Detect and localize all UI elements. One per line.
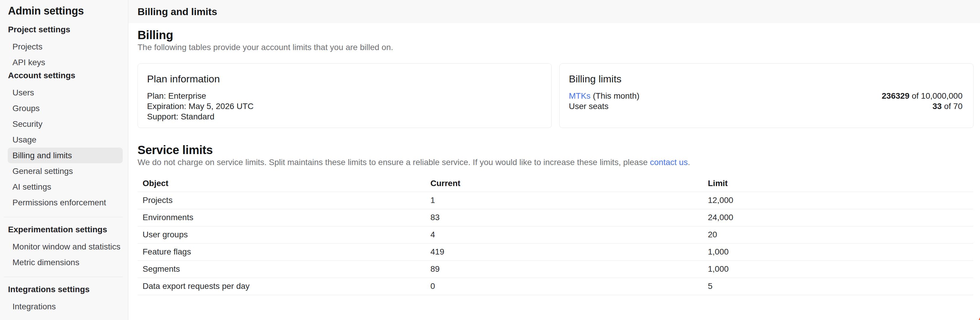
page-title: Billing and limits <box>138 6 217 17</box>
service-limits-section: Service limits We do not charge on servi… <box>138 143 974 295</box>
service-limits-description-text: We do not charge on service limits. Spli… <box>138 158 650 167</box>
table-cell: 4 <box>425 226 703 243</box>
table-cell: Data export requests per day <box>138 278 425 295</box>
table-row-segments: Segments891,000 <box>138 260 973 278</box>
sidebar-item-users[interactable]: Users <box>8 85 123 100</box>
mtks-link[interactable]: MTKs <box>569 91 590 100</box>
table-cell: Segments <box>138 260 425 278</box>
table-cell: 0 <box>425 278 703 295</box>
column-header-current: Current <box>425 175 703 192</box>
plan-info-line: Support: Standard <box>147 111 541 122</box>
page-header: Billing and limits <box>128 0 980 23</box>
billing-limit-row: User seats33 of 70 <box>569 101 963 111</box>
sidebar-section-label-integrations-settings: Integrations settings <box>8 285 123 294</box>
service-limits-title: Service limits <box>138 143 974 157</box>
table-cell: 83 <box>425 209 703 226</box>
billing-limit-label: MTKs (This month) <box>569 91 640 101</box>
billing-section-title: Billing <box>138 29 974 41</box>
sidebar-item-integrations[interactable]: Integrations <box>8 299 123 314</box>
main-area: Billing and limits Billing The following… <box>128 0 980 320</box>
sidebar-item-security[interactable]: Security <box>8 116 123 132</box>
billing-limits-rows: MTKs (This month)236329 of 10,000,000Use… <box>569 91 963 111</box>
sidebar-item-monitor-window-and-statistics[interactable]: Monitor window and statistics <box>8 239 123 255</box>
billing-limits-card-title: Billing limits <box>569 73 963 85</box>
sidebar-title: Admin settings <box>8 5 128 17</box>
table-row-user-groups: User groups420 <box>138 226 973 243</box>
billing-limit-current: 33 <box>932 101 942 111</box>
billing-limit-max: of 10,000,000 <box>910 91 963 100</box>
billing-limit-label-text: (This month) <box>590 91 640 100</box>
plan-info-line: Expiration: May 5, 2026 UTC <box>147 101 541 111</box>
sidebar-item-groups[interactable]: Groups <box>8 100 123 116</box>
billing-limit-value: 33 of 70 <box>932 101 963 111</box>
table-cell: 89 <box>425 260 703 278</box>
plan-information-lines: Plan: EnterpriseExpiration: May 5, 2026 … <box>147 91 541 122</box>
sidebar-list: ProjectsAPI keys <box>0 39 128 70</box>
service-limits-description-period: . <box>688 158 690 167</box>
table-cell: 419 <box>425 243 703 260</box>
table-cell: 1 <box>425 192 703 209</box>
sidebar-section-label-account-settings: Account settings <box>8 71 123 80</box>
sidebar: Admin settings Project settingsProjectsA… <box>0 0 128 320</box>
billing-limit-value: 236329 of 10,000,000 <box>882 91 963 101</box>
table-row-data-export-requests-per-day: Data export requests per day05 <box>138 278 973 295</box>
billing-section: Billing The following tables provide you… <box>138 29 974 128</box>
billing-section-description: The following tables provide your accoun… <box>138 43 974 52</box>
billing-limit-label: User seats <box>569 101 609 111</box>
sidebar-item-usage[interactable]: Usage <box>8 132 123 147</box>
content-area: Billing The following tables provide you… <box>128 23 980 295</box>
admin-settings-page: Admin settings Project settingsProjectsA… <box>0 0 980 320</box>
sidebar-item-billing-and-limits[interactable]: Billing and limits <box>8 147 123 163</box>
billing-limit-row: MTKs (This month)236329 of 10,000,000 <box>569 91 963 101</box>
table-row-projects: Projects112,000 <box>138 192 973 209</box>
sidebar-item-api-keys[interactable]: API keys <box>8 54 123 70</box>
plan-info-line: Plan: Enterprise <box>147 91 541 101</box>
table-cell: User groups <box>138 226 425 243</box>
sidebar-sections: Project settingsProjectsAPI keysAccount … <box>0 25 128 314</box>
table-row-feature-flags: Feature flags4191,000 <box>138 243 973 260</box>
table-cell: Environments <box>138 209 425 226</box>
table-cell: 12,000 <box>703 192 973 209</box>
column-header-object: Object <box>138 175 425 192</box>
table-cell: 24,000 <box>703 209 973 226</box>
sidebar-list: Integrations <box>0 299 128 314</box>
sidebar-list: UsersGroupsSecurityUsageBilling and limi… <box>0 85 128 211</box>
sidebar-section-label-experimentation-settings: Experimentation settings <box>8 225 123 234</box>
table-cell: 5 <box>703 278 973 295</box>
table-row-environments: Environments8324,000 <box>138 209 973 226</box>
sidebar-item-ai-settings[interactable]: AI settings <box>8 179 123 195</box>
sidebar-section-label-project-settings: Project settings <box>8 25 123 34</box>
sidebar-item-permissions-enforcement[interactable]: Permissions enforcement <box>8 195 123 211</box>
table-cell: Projects <box>138 192 425 209</box>
billing-limit-max: of 70 <box>942 101 963 111</box>
billing-limit-current: 236329 <box>882 91 910 100</box>
sidebar-list: Monitor window and statisticsMetric dime… <box>0 239 128 270</box>
billing-limit-label-text: User seats <box>569 101 609 111</box>
table-cell: Feature flags <box>138 243 425 260</box>
sidebar-item-general-settings[interactable]: General settings <box>8 163 123 179</box>
service-limits-description: We do not charge on service limits. Spli… <box>138 158 974 167</box>
contact-us-link[interactable]: contact us <box>650 158 688 167</box>
plan-information-card-title: Plan information <box>147 73 541 85</box>
table-cell: 20 <box>703 226 973 243</box>
table-cell: 1,000 <box>703 260 973 278</box>
billing-cards: Plan information Plan: EnterpriseExpirat… <box>138 63 974 128</box>
billing-limits-card: Billing limits MTKs (This month)236329 o… <box>559 63 974 128</box>
sidebar-item-metric-dimensions[interactable]: Metric dimensions <box>8 255 123 270</box>
column-header-limit: Limit <box>703 175 973 192</box>
service-limits-table: ObjectCurrentLimitProjects112,000Environ… <box>138 175 973 295</box>
table-cell: 1,000 <box>703 243 973 260</box>
plan-information-card: Plan information Plan: EnterpriseExpirat… <box>138 63 552 128</box>
sidebar-divider <box>3 277 123 277</box>
table-header-row: ObjectCurrentLimit <box>138 175 973 192</box>
sidebar-item-projects[interactable]: Projects <box>8 39 123 54</box>
